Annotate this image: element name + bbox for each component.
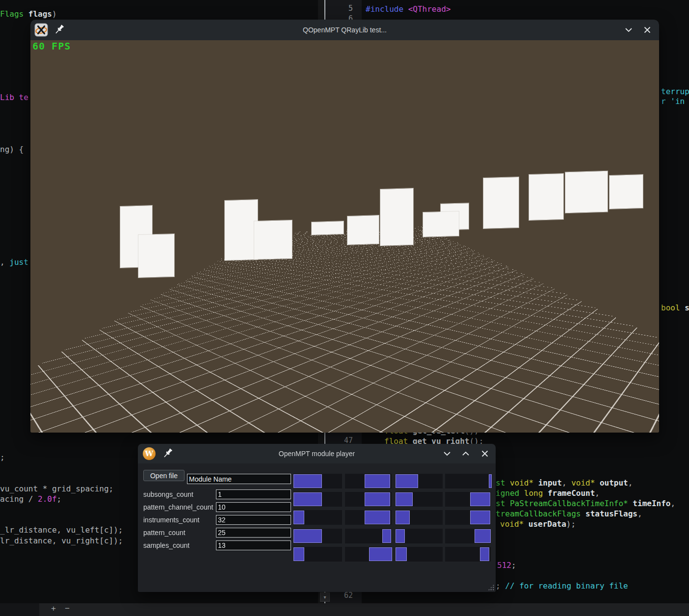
vu-meter-box [347,215,379,245]
close-icon [645,27,650,33]
vu-cell [345,529,392,543]
vu-cell [445,492,491,507]
zoom-in-button[interactable]: + [51,604,56,614]
shade-window-button[interactable] [622,23,636,37]
close-window-button[interactable] [478,447,492,461]
vu-cell [293,510,342,525]
vu-level-block [293,547,304,561]
vu-cell [445,510,491,525]
vu-level-block [470,492,490,506]
zoom-out-button[interactable]: − [65,604,70,614]
vu-cell [396,492,443,507]
desktop: { "palette": { "gray": "#b4b7ba", "green… [0,0,689,616]
vu-meter-box [138,234,174,278]
vu-level-block [475,529,491,543]
vu-cell [345,547,392,562]
vu-meter-box [529,174,563,220]
chevron-up-icon [463,452,469,455]
vu-level-block [293,529,322,543]
vu-cell [445,547,491,562]
close-window-button[interactable] [640,23,654,37]
vu-cell [445,529,491,543]
vu-meter-box [565,171,608,213]
openmpt-titlebar[interactable]: W OpenMPT module player [138,444,496,463]
vu-cell [345,474,392,488]
vu-level-block [396,529,405,543]
vu-meter-boxes [30,40,659,433]
vu-meter-box [610,175,643,209]
chevron-down-icon [444,452,450,455]
fps-counter: 60 FPS [32,40,71,52]
vu-level-block [489,474,492,488]
vu-level-block [396,492,413,506]
vu-meter-box [380,188,413,246]
vu-cell [345,492,392,507]
vu-level-block [293,511,304,524]
vu-level-block [396,474,418,488]
vu-cell [345,510,392,525]
scrollbar-down-button[interactable]: ▾ [320,592,330,602]
vu-level-block [293,492,322,506]
vu-cell [445,474,491,488]
qraylib-window: QOpenMPT QRayLib test... 60 FPS [30,20,659,433]
vu-level-block [382,529,391,543]
vu-level-block [396,547,407,561]
line-number: 5 [325,4,353,13]
vu-level-block [365,474,390,488]
scrollbar-down-icon: ▾ [323,594,326,600]
vu-cell [396,547,443,562]
vu-meter-box [483,177,519,229]
vu-meter-box [225,200,258,260]
vu-cell [293,529,342,543]
vu-meter-box [254,220,292,259]
vu-cell [293,492,342,507]
vu-level-block [480,547,490,561]
vu-level-block [365,492,390,506]
qraylib-window-title: QOpenMPT QRayLib test... [30,26,659,34]
channel-vu-grid [138,463,496,592]
vu-level-block [470,511,490,524]
raylib-3d-viewport[interactable]: 60 FPS [30,40,659,433]
vu-meter-box [312,221,344,235]
qraylib-titlebar[interactable]: QOpenMPT QRayLib test... [30,20,659,40]
openmpt-window: W OpenMPT module player Open file subson… [138,444,496,592]
unshade-window-button[interactable] [459,447,473,461]
openmpt-body: Open file subsongs_countpattern_channel_… [138,463,496,592]
vu-cell [396,510,443,525]
vu-cell [293,547,342,562]
close-icon [482,451,488,457]
vu-level-block [293,474,322,488]
chevron-down-icon [626,28,632,31]
vu-cell [293,474,342,488]
vu-meter-box [423,211,459,237]
status-bar-corner [0,603,39,616]
editor-status-bar: + − [0,603,689,616]
vu-level-block [369,547,392,561]
vu-cell [396,529,443,543]
vu-level-block [396,511,410,524]
vu-cell [396,474,443,488]
vu-level-block [365,511,390,524]
shade-window-button[interactable] [440,447,454,461]
